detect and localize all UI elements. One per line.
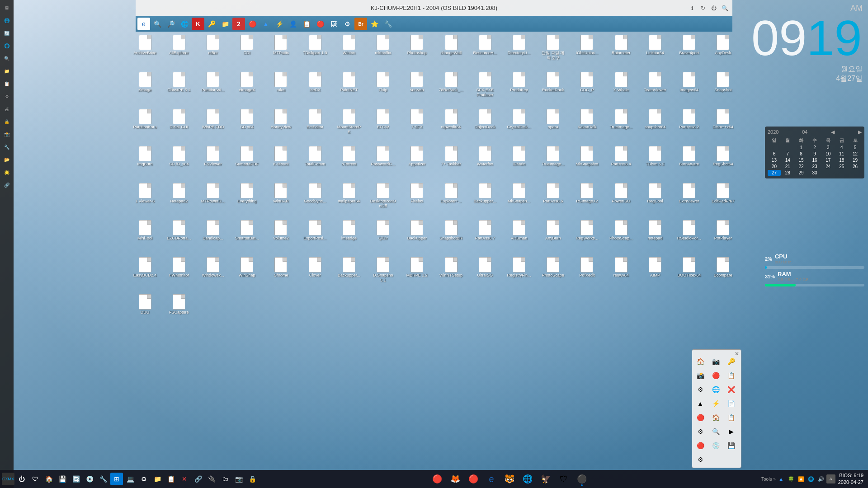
desktop-icon-108[interactable]: EasyBCD2.4 [128, 256, 161, 292]
mini-panel-icon-20[interactable]: 💾 [725, 439, 738, 452]
cal-day-9[interactable]: 9 [808, 151, 821, 157]
desktop-icon-35[interactable]: Snapshot [707, 70, 740, 107]
desktop-icon-94[interactable]: Volume2 [264, 219, 297, 255]
desktop-icon-75[interactable]: Everything [231, 182, 264, 218]
desktop-icon-31[interactable]: CDC_P [571, 70, 604, 107]
desktop-icon-62[interactable]: Appetizer [401, 145, 434, 181]
desktop-icon-14[interactable]: Rainmeter [604, 33, 637, 70]
sidebar-icon-2[interactable]: 🌐 [1, 14, 13, 26]
tray-net-icon[interactable]: 🌐 [807, 474, 816, 483]
desktop-icon-40[interactable]: HoneyView [264, 108, 297, 144]
desktop-icon-11[interactable]: DirectoryLi... [502, 33, 535, 70]
taskbar-app-opera[interactable]: 🔴 [465, 471, 481, 487]
desktop-icon-19[interactable]: GhostPE 5.1 [162, 70, 195, 107]
desktop-icon-48[interactable]: opera [537, 108, 570, 144]
mini-panel-icon-1[interactable]: 📷 [709, 355, 722, 368]
taskbar-icon-shield[interactable]: 🛡 [29, 473, 42, 485]
desktop-icon-105[interactable]: notepad [638, 219, 671, 255]
desktop-icon-125[interactable]: Bcompare [707, 256, 740, 292]
desktop-icon-61[interactable]: PasswordC... [367, 145, 400, 181]
toolbar-2-icon[interactable]: 2 [232, 18, 245, 30]
desktop-icon-100[interactable]: PartAss8.7 [468, 219, 501, 255]
desktop-icon-39[interactable]: SD x64 [231, 108, 264, 144]
desktop-icon-49[interactable]: KakaoTalk [571, 108, 604, 144]
toolbar-folder-icon[interactable]: 📁 [219, 18, 231, 30]
mini-panel-icon-2[interactable]: 🔑 [725, 355, 738, 368]
desktop-icon-27[interactable]: 78RePack_... [434, 70, 467, 107]
desktop-icon-36[interactable]: PartitionKoru [128, 108, 161, 144]
toolbar-red2-icon[interactable]: 🔴 [314, 18, 326, 30]
cal-day-30[interactable]: 30 [808, 170, 821, 176]
desktop-icon-41[interactable]: EmEditor [298, 108, 331, 144]
cal-day-28[interactable]: 28 [781, 170, 794, 176]
taskbar-icon-power[interactable]: ⏻ [15, 473, 28, 485]
toolbar-lightning-icon[interactable]: ⚡ [273, 18, 286, 30]
sidebar-icon-15[interactable]: 🔗 [1, 179, 13, 191]
desktop-icon-23[interactable]: IceDX [298, 70, 331, 107]
desktop-icon-114[interactable]: Backupper... [332, 256, 365, 292]
taskbar-icon-save[interactable]: 💾 [56, 473, 69, 485]
sidebar-icon-6[interactable]: 📁 [1, 65, 13, 77]
desktop-icon-91[interactable]: EZCDPorta... [162, 219, 195, 255]
taskbar-app-brave[interactable]: 🦅 [538, 471, 554, 487]
mini-panel-icon-9[interactable]: ▲ [694, 397, 707, 410]
cal-day-12[interactable]: 12 [849, 151, 862, 157]
desktop-icon-90[interactable]: MiniTool [128, 219, 161, 255]
desktop-icon-70[interactable]: BurnAware [673, 145, 706, 181]
desktop-icon-3[interactable]: CDI [231, 33, 264, 70]
toolbar-key-icon[interactable]: 🔑 [205, 18, 218, 30]
mini-panel-icon-4[interactable]: 🔴 [709, 369, 722, 382]
title-search-btn[interactable]: 🔍 [721, 4, 729, 12]
taskbar-icon-refresh2[interactable]: ♻ [137, 473, 150, 485]
cal-day-29[interactable]: 29 [795, 170, 808, 176]
toolbar-red-icon[interactable]: 🔴 [246, 18, 259, 30]
desktop-icon-71[interactable]: RegShot64 [707, 145, 740, 181]
cal-day-3[interactable]: 3 [821, 145, 835, 150]
taskbar-icon-camera[interactable]: 📷 [232, 473, 245, 485]
cal-day-7[interactable]: 7 [781, 151, 794, 157]
desktop-icon-93[interactable]: SmarterBat... [231, 219, 264, 255]
cal-day-25[interactable]: 25 [835, 164, 848, 169]
cal-day-8[interactable]: 8 [795, 151, 808, 157]
desktop-icon-122[interactable]: reuwv64 [604, 256, 637, 292]
sidebar-icon-7[interactable]: 📋 [1, 78, 13, 89]
desktop-icon-68[interactable]: PartAss8.4 [604, 145, 637, 181]
desktop-icon-38[interactable]: WinPE FDD [196, 108, 229, 144]
desktop-icon-92[interactable]: Bandicap... [196, 219, 229, 255]
desktop-icon-8[interactable]: Photoshop [401, 33, 434, 70]
desktop-icon-118[interactable]: UltraISO [468, 256, 501, 292]
taskbar-icon-tools[interactable]: 🔧 [97, 473, 109, 485]
mini-panel-icon-7[interactable]: 🌐 [709, 383, 722, 396]
tray-triangle-icon[interactable]: ▲ [777, 474, 786, 483]
desktop-icon-51[interactable]: snapshot64 [638, 108, 671, 144]
desktop-icon-5[interactable]: TDiskpart 1.0 [298, 33, 331, 70]
mini-panel-icon-13[interactable]: 🏠 [709, 411, 722, 424]
desktop-icon-1[interactable]: AllExplorer [162, 33, 195, 70]
toolbar-gear1-icon[interactable]: ⚙ [341, 18, 354, 30]
desktop-icon-21[interactable]: eImageX [231, 70, 264, 107]
desktop-icon-111[interactable]: WinSnap [231, 256, 264, 292]
cal-day-6[interactable]: 6 [768, 151, 781, 157]
desktop-icon-127[interactable]: FSCapture [162, 293, 195, 329]
desktop-icon-12[interactable]: 단일 파일 제작 도구 [537, 33, 570, 70]
desktop-icon-44[interactable]: 7-SFX [401, 108, 434, 144]
desktop-icon-0[interactable]: ArchiveBrive [128, 33, 161, 70]
desktop-icon-59[interactable]: TotalComm [298, 145, 331, 181]
desktop-icon-126[interactable]: DDU [128, 293, 161, 329]
desktop-icon-77[interactable]: GoodSync... [298, 182, 331, 218]
taskbar-icon-cxmx[interactable]: CXMX [2, 473, 14, 485]
desktop-icon-103[interactable]: RegWorks... [571, 219, 604, 255]
desktop-icon-121[interactable]: PdfXedit [571, 256, 604, 292]
toolbar-bridge-icon[interactable]: Br [354, 18, 367, 30]
taskbar-icon-refresh[interactable]: 🔄 [70, 473, 82, 485]
cal-day-10[interactable]: 10 [821, 151, 835, 157]
desktop-icon-50[interactable]: TrueImage... [604, 108, 637, 144]
desktop-icon-24[interactable]: PaintNET [332, 70, 365, 107]
cal-day-11[interactable]: 11 [835, 151, 848, 157]
taskbar-icon-pc[interactable]: 💻 [124, 473, 137, 485]
cal-day-16[interactable]: 16 [808, 157, 821, 163]
desktop-icon-53[interactable]: Dism++x64 [707, 108, 740, 144]
desktop-icon-101[interactable]: VHDman [502, 219, 535, 255]
desktop-icon-28[interactable]: SFX-EXE Producer [468, 70, 501, 107]
toolbar-k-icon[interactable]: K [192, 18, 204, 30]
